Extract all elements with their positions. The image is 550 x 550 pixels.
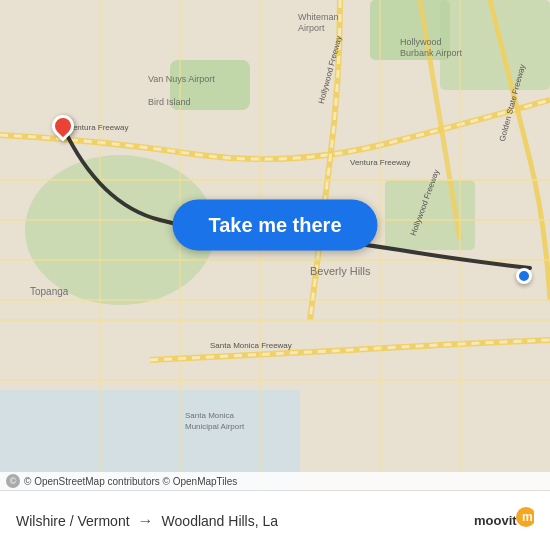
svg-text:Beverly Hills: Beverly Hills	[310, 265, 371, 277]
origin-pin	[52, 115, 74, 137]
svg-text:Bird Island: Bird Island	[148, 97, 191, 107]
destination-dot	[516, 268, 532, 284]
svg-text:Airport: Airport	[298, 23, 325, 33]
route-to: Woodland Hills, La	[162, 513, 278, 529]
svg-text:Santa Monica: Santa Monica	[185, 411, 234, 420]
svg-text:Topanga: Topanga	[30, 286, 69, 297]
moovit-logo: moovit m	[474, 503, 534, 539]
svg-text:Ventura Freeway: Ventura Freeway	[350, 158, 410, 167]
map-container: Beverly Hills Topanga Bird Island Van Nu…	[0, 0, 550, 490]
svg-text:m: m	[522, 510, 533, 524]
map-attribution: © © OpenStreetMap contributors © OpenMap…	[0, 472, 550, 490]
route-info: Wilshire / Vermont → Woodland Hills, La	[16, 512, 474, 530]
moovit-wordmark: moovit m	[474, 503, 534, 539]
bottom-bar: Wilshire / Vermont → Woodland Hills, La …	[0, 490, 550, 550]
svg-text:Hollywood: Hollywood	[400, 37, 442, 47]
route-arrow: →	[138, 512, 154, 530]
svg-text:Van Nuys Airport: Van Nuys Airport	[148, 74, 215, 84]
svg-text:Santa Monica Freeway: Santa Monica Freeway	[210, 341, 292, 350]
copyright-icon: ©	[6, 474, 20, 488]
svg-text:moovit: moovit	[474, 513, 517, 528]
route-from: Wilshire / Vermont	[16, 513, 130, 529]
svg-text:Burbank Airport: Burbank Airport	[400, 48, 463, 58]
svg-text:Ventura Freeway: Ventura Freeway	[68, 123, 128, 132]
take-me-there-button[interactable]: Take me there	[172, 200, 377, 251]
svg-text:Municipal Airport: Municipal Airport	[185, 422, 245, 431]
attribution-text: © OpenStreetMap contributors © OpenMapTi…	[24, 476, 237, 487]
svg-text:Whiteman: Whiteman	[298, 12, 339, 22]
